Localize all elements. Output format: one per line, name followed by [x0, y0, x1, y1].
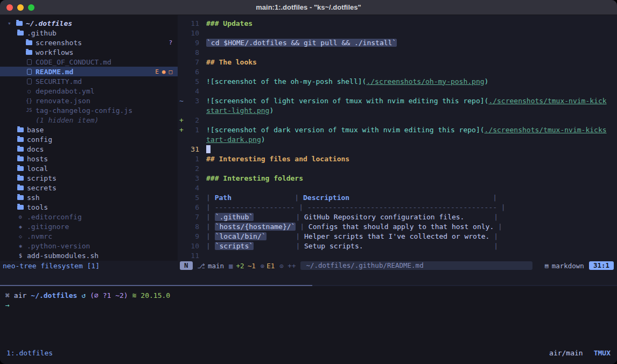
tree-item-tools[interactable]: tools: [0, 202, 178, 212]
tree-item-SECURITY.md[interactable]: SECURITY.md: [0, 76, 178, 86]
editor-line[interactable]: 5| Path | Description |: [178, 192, 617, 202]
zoom-button[interactable]: [28, 4, 34, 11]
editor-line[interactable]: 10: [178, 28, 617, 38]
editor-line[interactable]: 4: [178, 86, 617, 96]
editor-line[interactable]: 6| ------------------- | ---------------…: [178, 202, 617, 212]
gutter-sign: [178, 87, 185, 95]
line-number: 3: [185, 97, 199, 105]
tree-item-README.md[interactable]: README.mdE●□: [0, 67, 178, 76]
line-content: | ------------------- | ----------------…: [206, 203, 506, 211]
tree-item-docs[interactable]: docs: [0, 144, 178, 154]
syntax-segment: ./screenshots/tmux-nvim-kick: [488, 97, 606, 105]
tree-item-scripts[interactable]: scripts: [0, 173, 178, 183]
tree-item-ssh[interactable]: ssh: [0, 192, 178, 202]
editor-line[interactable]: 2: [178, 163, 617, 173]
tree-item-.dotfiles[interactable]: ▾~/.dotfiles: [0, 18, 178, 28]
gutter-sign: [178, 252, 185, 260]
gutter-sign: [178, 135, 185, 144]
python-icon: ✱: [16, 243, 25, 249]
tree-item-hosts[interactable]: hosts: [0, 154, 178, 163]
syntax-segment: |: [232, 194, 303, 202]
line-content: ### Updates: [206, 19, 253, 27]
line-content: ![screenshot of dark version of tmux wit…: [206, 126, 607, 134]
editor-line[interactable]: start-light.png): [178, 105, 617, 115]
tmux-status-right: air/main TMUX: [549, 349, 611, 357]
command-line-area: [0, 270, 617, 285]
syntax-segment: |: [494, 223, 502, 231]
editor-lines: 11### Updates 10 9`cd $HOME/.dotfiles &&…: [178, 18, 617, 260]
tree-item-renovate.json[interactable]: {}renovate.json: [0, 96, 178, 105]
syntax-segment: `.github`: [215, 213, 254, 221]
syntax-segment: ## Interesting files and locations: [206, 155, 349, 163]
git-status-badges: E●□: [155, 68, 178, 75]
editor-line[interactable]: 11: [178, 251, 617, 260]
gutter-sign: +: [178, 116, 185, 124]
editor-line[interactable]: 6: [178, 67, 617, 76]
editor-line[interactable]: 7| `.github` | GitHub Repository configu…: [178, 212, 617, 222]
tree-item-.gitignore[interactable]: ◆.gitignore: [0, 222, 178, 231]
folder-icon: [15, 21, 24, 26]
gutter-sign: [178, 242, 185, 250]
syntax-segment: |: [349, 194, 497, 202]
titlebar: main:1:.dotfiles - "ks~/.dotfiles": [0, 0, 617, 15]
prompt-path: ~/.dotfiles: [31, 291, 77, 299]
tree-item-add-submodules.sh[interactable]: $add-submodules.sh: [0, 251, 178, 260]
tree-item-dependabot.yml[interactable]: ○dependabot.yml: [0, 86, 178, 96]
tree-item-label: hosts: [27, 155, 48, 163]
tree-item-.github[interactable]: .github: [0, 28, 178, 38]
tree-item-CODE_OF_CONDUCT.md[interactable]: CODE_OF_CONDUCT.md: [0, 57, 178, 67]
editor-line[interactable]: +1![screenshot of dark version of tmux w…: [178, 125, 617, 134]
tree-item-base[interactable]: base: [0, 125, 178, 134]
line-number: 31: [185, 145, 199, 153]
tree-item-screenshots[interactable]: screenshots?: [0, 38, 178, 47]
tree-item-.python-version[interactable]: ✱.python-version: [0, 241, 178, 251]
shell-icon: $: [16, 253, 25, 259]
editor-line[interactable]: tart-dark.png): [178, 134, 617, 144]
expander-icon[interactable]: ▾: [8, 20, 15, 27]
tree-item-secrets[interactable]: secrets: [0, 183, 178, 192]
tree-item-.editorconfig[interactable]: ⚙.editorconfig: [0, 212, 178, 222]
file-icon: [25, 69, 33, 75]
minimize-button[interactable]: [17, 4, 24, 11]
tmux-session-tab[interactable]: 1:.dotfiles: [6, 349, 53, 357]
neotree-sidebar[interactable]: ▾~/.dotfiles.githubscreenshots?workflows…: [0, 15, 178, 261]
syntax-segment: ### Updates: [206, 19, 253, 27]
editor-line[interactable]: 9| `local/bin/` | Helper scripts that I'…: [178, 231, 617, 241]
tmux-pane-divider[interactable]: [0, 285, 617, 286]
editor-line[interactable]: 3### Interesting folders: [178, 173, 617, 183]
editor-buffer[interactable]: 11### Updates 10 9`cd $HOME/.dotfiles &&…: [178, 15, 617, 261]
tmux-label: TMUX: [594, 349, 611, 357]
editor-line[interactable]: 1## Interesting files and locations: [178, 154, 617, 163]
editor-line[interactable]: 8: [178, 47, 617, 57]
syntax-segment: |: [254, 242, 304, 250]
editor-line[interactable]: 31: [178, 144, 617, 154]
editor-line[interactable]: 4: [178, 183, 617, 192]
line-number: 4: [185, 184, 199, 192]
editor-line[interactable]: 8| `hosts/{hostname}/` | Configs that sh…: [178, 222, 617, 231]
line-number: 2: [185, 165, 199, 173]
editor-line[interactable]: ~3![screenshot of light version of tmux …: [178, 96, 617, 105]
shell-pane[interactable]: ⌘ air ~/.dotfiles ↺ (∅ ?1 ~2) ≋ 20.15.0 …: [0, 286, 617, 341]
tree-item-label: config: [27, 135, 52, 144]
tree-item-label: local: [27, 165, 48, 173]
editor-line[interactable]: 11### Updates: [178, 18, 617, 28]
cursor: [206, 145, 211, 153]
editor-line[interactable]: 10| `scripts` | Setup scripts. |: [178, 241, 617, 251]
editor-line[interactable]: +2: [178, 115, 617, 125]
tree-item-label: README.md: [36, 68, 73, 76]
tree-item-1hiddenitem[interactable]: (1 hidden item): [0, 115, 178, 125]
line-number: 1: [185, 155, 199, 163]
tree-item-local[interactable]: local: [0, 163, 178, 173]
tree-item-config[interactable]: config: [0, 134, 178, 144]
folder-icon: [16, 185, 25, 190]
syntax-segment: |: [267, 232, 304, 240]
editor-line[interactable]: 5![screenshot of the oh-my-posh shell](.…: [178, 76, 617, 86]
editor-line[interactable]: 7## The looks: [178, 57, 617, 67]
editor-line[interactable]: 9`cd $HOME/.dotfiles && git pull && ./in…: [178, 38, 617, 47]
tree-item-workflows[interactable]: workflows: [0, 47, 178, 57]
prompt-input-line[interactable]: →: [5, 300, 612, 310]
tree-item-tag-changelog-config.js[interactable]: JStag-changelog-config.js: [0, 105, 178, 115]
tree-item-.nvmrc[interactable]: ◇.nvmrc: [0, 231, 178, 241]
folder-icon: [16, 156, 25, 161]
close-button[interactable]: [6, 4, 13, 11]
